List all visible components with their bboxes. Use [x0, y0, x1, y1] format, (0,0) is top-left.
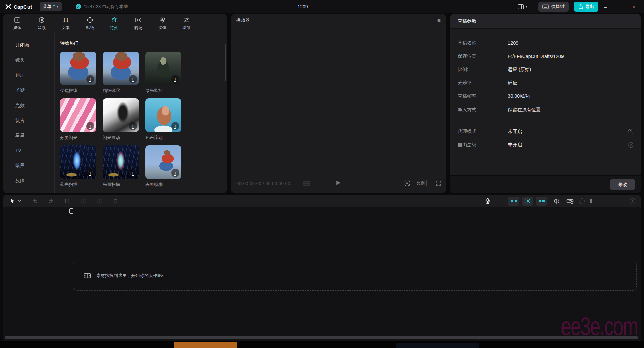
edit-tools	[3, 197, 120, 205]
layout-switch-button[interactable]: ▾	[518, 4, 527, 9]
play-icon: ▶	[336, 179, 341, 186]
split-left-button[interactable]	[79, 197, 88, 205]
delete-button[interactable]	[111, 197, 120, 205]
effect-thumbnail[interactable]: ↓	[103, 98, 139, 132]
select-tool-chevron[interactable]	[17, 197, 22, 205]
split-right-button[interactable]	[95, 197, 104, 205]
zoom-slider[interactable]	[587, 201, 627, 201]
effect-thumbnail[interactable]: ↓	[145, 98, 181, 132]
effect-thumbnail[interactable]: ↓	[60, 52, 96, 85]
timeline-scale-button[interactable]	[566, 198, 574, 204]
section-title: 特效热门	[60, 40, 227, 46]
play-button[interactable]: ▶	[336, 179, 341, 186]
close-button[interactable]: ×	[627, 0, 641, 13]
redo-button[interactable]	[47, 197, 55, 205]
effect-card[interactable]: ↓ 分屏闪光	[60, 98, 96, 141]
minimize-button[interactable]: –	[598, 0, 612, 13]
tab-transitions[interactable]: 转场	[126, 15, 150, 32]
main-track-magnet-toggle[interactable]	[508, 197, 519, 206]
param-row-proxy-mode: 代理模式 未开启 ?	[458, 125, 633, 138]
effect-thumbnail[interactable]: ↓	[103, 52, 139, 85]
effect-card[interactable]: ↓ 绿光监控	[145, 52, 181, 94]
preview-axis-toggle[interactable]	[553, 198, 560, 204]
effect-thumbnail[interactable]: ↓	[103, 145, 139, 179]
download-button[interactable]: ↓	[171, 169, 179, 177]
tab-label: 转场	[134, 25, 142, 31]
tab-label: 调节	[182, 25, 191, 31]
download-button[interactable]: ↓	[129, 122, 137, 130]
category-item[interactable]: 复古	[3, 113, 54, 128]
download-button[interactable]: ↓	[86, 75, 94, 83]
param-label: 分辨率:	[458, 80, 508, 86]
watermark-text: ee3e.com	[561, 311, 638, 341]
linkage-toggle[interactable]	[536, 197, 547, 206]
help-icon[interactable]: ?	[628, 142, 633, 148]
timeline-scrollbar[interactable]	[5, 336, 638, 339]
shortcut-keys-label: 快捷键	[551, 4, 565, 10]
category-item[interactable]: 圣诞	[3, 83, 54, 98]
category-item[interactable]: 迪厅	[3, 68, 54, 83]
restore-button[interactable]	[612, 0, 627, 13]
effect-thumbnail[interactable]: ↓	[60, 98, 96, 132]
menu-button[interactable]: 菜单 ▾	[40, 2, 62, 11]
help-icon[interactable]: ?	[628, 129, 633, 134]
effects-scrollbar[interactable]	[225, 44, 226, 81]
ratio-button[interactable]: 比例	[415, 180, 427, 186]
effect-card[interactable]: ↓ 闪光震动	[103, 98, 139, 141]
zoom-out-button[interactable]: −	[579, 198, 585, 204]
modify-button[interactable]: 修改	[610, 179, 635, 190]
tab-audio[interactable]: 音频	[30, 15, 54, 32]
bottom-edge-strip	[0, 341, 644, 348]
effect-card[interactable]: ↓ 表面模糊	[145, 145, 181, 188]
category-item[interactable]: 扭曲	[3, 188, 54, 193]
category-item[interactable]: 暗黑	[3, 158, 54, 173]
export-button[interactable]: 导出	[574, 2, 598, 12]
tab-stickers[interactable]: 贴纸	[78, 15, 102, 32]
category-item[interactable]: 光效	[3, 98, 54, 113]
playhead-marker[interactable]	[69, 208, 73, 214]
effect-thumbnail[interactable]: ↓	[145, 145, 181, 179]
effect-card[interactable]: ↓ 精细锐化	[103, 52, 139, 94]
download-button[interactable]: ↓	[129, 169, 137, 177]
download-button[interactable]: ↓	[86, 122, 94, 130]
tab-filters[interactable]: 滤镜	[150, 15, 174, 32]
download-button[interactable]: ↓	[171, 75, 179, 83]
taskbar-dark-segment	[396, 343, 479, 348]
player-menu-icon[interactable]: ≡	[437, 18, 441, 23]
focus-preview-icon[interactable]	[404, 180, 410, 186]
tab-adjust[interactable]: 调节	[174, 15, 199, 32]
zoom-in-button[interactable]: +	[630, 198, 635, 204]
download-icon: ↓	[174, 170, 177, 176]
tab-text[interactable]: TI 文本	[54, 15, 78, 32]
topbar: CapCut 菜单 ▾ ✓ 15:47:23 自动保存本地 1209 ▾ 快捷键	[0, 0, 644, 13]
effect-card[interactable]: ↓ 变焦推镜	[60, 52, 96, 94]
effect-card[interactable]: ↓ 蓝光扫描	[60, 145, 96, 188]
timeline-toolbar: − +	[3, 195, 641, 207]
effect-card[interactable]: ↓ 色差流动	[145, 98, 181, 141]
effect-thumbnail[interactable]: ↓	[60, 145, 96, 179]
category-item[interactable]: 开闭幕	[3, 38, 54, 53]
zoom-slider-handle[interactable]	[590, 199, 592, 203]
player-title: 播放器	[236, 17, 250, 23]
category-item[interactable]: 镜头	[3, 53, 54, 68]
download-button[interactable]: ↓	[86, 169, 94, 177]
record-audio-button[interactable]	[483, 197, 492, 205]
frame-grid-icon[interactable]	[303, 181, 310, 186]
download-button[interactable]: ↓	[129, 75, 137, 83]
undo-button[interactable]	[31, 197, 39, 205]
tab-media[interactable]: 媒体	[5, 15, 30, 32]
effect-thumbnail[interactable]: ↓	[145, 52, 181, 85]
media-dropzone[interactable]: 素材拖拽到这里，开始你的大作吧~	[73, 261, 637, 291]
category-item[interactable]: TV	[3, 143, 54, 158]
shortcut-keys-button[interactable]: 快捷键	[538, 2, 569, 12]
category-item[interactable]: 星星	[3, 128, 54, 143]
auto-snap-toggle[interactable]	[522, 197, 533, 206]
fullscreen-icon[interactable]	[436, 180, 441, 186]
tab-effects[interactable]: 特效	[102, 15, 126, 32]
category-item[interactable]: 故障	[3, 173, 54, 188]
download-button[interactable]: ↓	[171, 122, 179, 130]
select-tool-button[interactable]	[8, 197, 17, 205]
split-button[interactable]	[63, 197, 71, 205]
param-value: 未开启	[508, 129, 522, 135]
effect-card[interactable]: ↓ 光谱扫描	[103, 145, 139, 188]
